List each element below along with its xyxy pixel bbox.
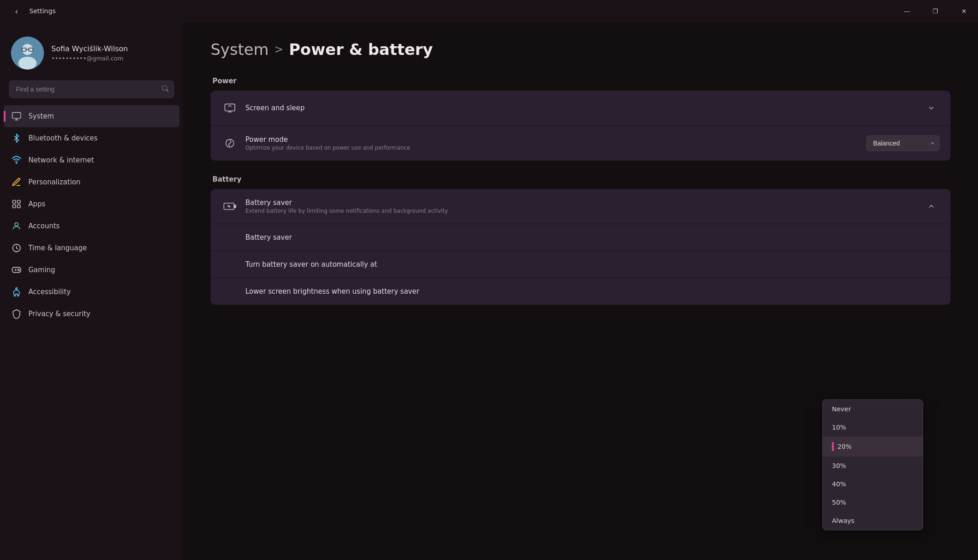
- nav-list: System Bluetooth & devices: [0, 105, 183, 325]
- breadcrumb-arrow: >: [274, 43, 283, 56]
- sidebar-item-network[interactable]: Network & internet: [4, 149, 179, 171]
- sidebar-item-privacy[interactable]: Privacy & security: [4, 303, 179, 325]
- dropdown-option-20[interactable]: 20%: [823, 436, 923, 457]
- apps-icon: [11, 199, 22, 210]
- 50-option-label: 50%: [832, 499, 846, 506]
- turn-on-at-content: Turn battery saver on automatically at: [222, 260, 940, 269]
- dropdown-option-10[interactable]: 10%: [823, 418, 923, 436]
- sidebar: Sofia Wyciślik-Wilson ••••••••••@gmail.c…: [0, 22, 183, 560]
- power-mode-dropdown-wrapper: Balanced: [866, 135, 940, 151]
- turn-on-at-row[interactable]: Turn battery saver on automatically at: [211, 251, 951, 278]
- sidebar-item-personalization[interactable]: Personalization: [4, 171, 179, 193]
- maximize-button[interactable]: ❐: [921, 0, 950, 22]
- settings-window: ‹ Settings — ❐ ✕: [0, 0, 978, 560]
- battery-saver-desc: Extend battery life by limiting some not…: [245, 208, 916, 214]
- sidebar-item-label-apps: Apps: [28, 200, 45, 208]
- battery-card: Battery saver Extend battery life by lim…: [211, 189, 951, 305]
- content-area: System > Power & battery Power: [183, 22, 978, 560]
- main-content: Sofia Wyciślik-Wilson ••••••••••@gmail.c…: [0, 22, 978, 560]
- sidebar-item-label-accessibility: Accessibility: [28, 288, 71, 296]
- svg-point-14: [15, 223, 18, 226]
- page-header: System > Power & battery: [211, 40, 951, 59]
- system-icon: [11, 111, 22, 122]
- page-title: Power & battery: [289, 40, 433, 59]
- battery-section-title: Battery: [211, 175, 951, 183]
- battery-saver-label: Battery saver: [245, 199, 916, 207]
- sidebar-item-label-bluetooth: Bluetooth & devices: [28, 134, 98, 142]
- power-mode-desc: Optimize your device based on power use …: [245, 145, 859, 151]
- 30-option-label: 30%: [832, 462, 846, 469]
- battery-saver-toggle-label: Battery saver: [245, 233, 940, 242]
- svg-rect-11: [17, 200, 20, 203]
- power-mode-content: Power mode Optimize your device based on…: [245, 135, 859, 151]
- battery-saver-icon: [222, 198, 238, 215]
- sidebar-item-label-system: System: [28, 112, 54, 120]
- sidebar-item-label-network: Network & internet: [28, 156, 94, 164]
- user-profile[interactable]: Sofia Wyciślik-Wilson ••••••••••@gmail.c…: [0, 29, 183, 81]
- battery-saver-collapse[interactable]: [923, 198, 940, 215]
- sidebar-item-accounts[interactable]: Accounts: [4, 215, 179, 237]
- screen-sleep-row[interactable]: Screen and sleep: [211, 91, 951, 126]
- privacy-icon: [11, 308, 22, 319]
- search-input[interactable]: [9, 81, 174, 98]
- power-mode-dropdown[interactable]: Balanced: [866, 135, 940, 151]
- active-indicator: [4, 111, 5, 122]
- svg-rect-13: [17, 205, 20, 208]
- turn-on-at-label: Turn battery saver on automatically at: [245, 260, 940, 269]
- back-button[interactable]: ‹: [7, 2, 26, 20]
- never-option-label: Never: [832, 405, 851, 413]
- dropdown-option-50[interactable]: 50%: [823, 493, 923, 512]
- power-mode-control: Balanced: [866, 135, 940, 151]
- sidebar-item-gaming[interactable]: Gaming: [4, 259, 179, 281]
- battery-saver-row: Battery saver Extend battery life by lim…: [211, 189, 951, 224]
- dropdown-option-never[interactable]: Never: [823, 400, 923, 418]
- screen-sleep-control: [923, 100, 940, 116]
- accounts-icon: [11, 221, 22, 232]
- svg-point-9: [16, 163, 17, 164]
- user-name: Sofia Wyciślik-Wilson: [51, 44, 128, 53]
- battery-saver-toggle-content: Battery saver: [222, 233, 940, 242]
- user-email: ••••••••••@gmail.com: [51, 55, 128, 62]
- user-info: Sofia Wyciślik-Wilson ••••••••••@gmail.c…: [51, 44, 128, 62]
- sidebar-item-bluetooth[interactable]: Bluetooth & devices: [4, 127, 179, 149]
- window-title: Settings: [29, 7, 55, 15]
- svg-rect-27: [234, 205, 236, 208]
- sidebar-item-accessibility[interactable]: Accessibility: [4, 281, 179, 303]
- avatar: [11, 37, 44, 70]
- power-section-title: Power: [211, 77, 951, 85]
- selected-indicator: [832, 442, 834, 451]
- sidebar-item-apps[interactable]: Apps: [4, 193, 179, 215]
- search-box: [9, 81, 174, 98]
- lower-brightness-row[interactable]: Lower screen brightness when using batte…: [211, 278, 951, 305]
- close-button[interactable]: ✕: [950, 0, 978, 22]
- battery-saver-toggle-row[interactable]: Battery saver: [211, 224, 951, 251]
- network-icon: [11, 155, 22, 166]
- sidebar-item-time[interactable]: Time & language: [4, 237, 179, 259]
- sidebar-item-label-personalization: Personalization: [28, 178, 81, 186]
- personalization-icon: [11, 177, 22, 188]
- dropdown-option-40[interactable]: 40%: [823, 475, 923, 493]
- minimize-button[interactable]: —: [893, 0, 921, 22]
- sidebar-item-system[interactable]: System: [4, 105, 179, 127]
- search-icon: [162, 86, 168, 93]
- breadcrumb-parent[interactable]: System: [211, 40, 269, 59]
- svg-rect-12: [13, 205, 16, 208]
- lower-brightness-content: Lower screen brightness when using batte…: [222, 287, 940, 296]
- power-section: Power Screen and s: [211, 77, 951, 161]
- always-option-label: Always: [832, 517, 854, 524]
- svg-point-21: [16, 288, 17, 290]
- screen-sleep-content: Screen and sleep: [245, 104, 916, 112]
- screen-sleep-expand[interactable]: [923, 100, 940, 116]
- svg-point-2: [18, 57, 37, 70]
- battery-section: Battery Battery saver: [211, 175, 951, 305]
- dropdown-option-30[interactable]: 30%: [823, 457, 923, 475]
- svg-rect-10: [13, 200, 16, 203]
- svg-rect-6: [12, 113, 21, 118]
- sidebar-item-label-gaming: Gaming: [28, 266, 55, 274]
- svg-rect-22: [225, 104, 235, 111]
- sidebar-item-label-time: Time & language: [28, 244, 87, 252]
- 10-option-label: 10%: [832, 424, 846, 431]
- screen-sleep-label: Screen and sleep: [245, 104, 916, 112]
- gaming-icon: [11, 264, 22, 275]
- dropdown-option-always[interactable]: Always: [823, 512, 923, 530]
